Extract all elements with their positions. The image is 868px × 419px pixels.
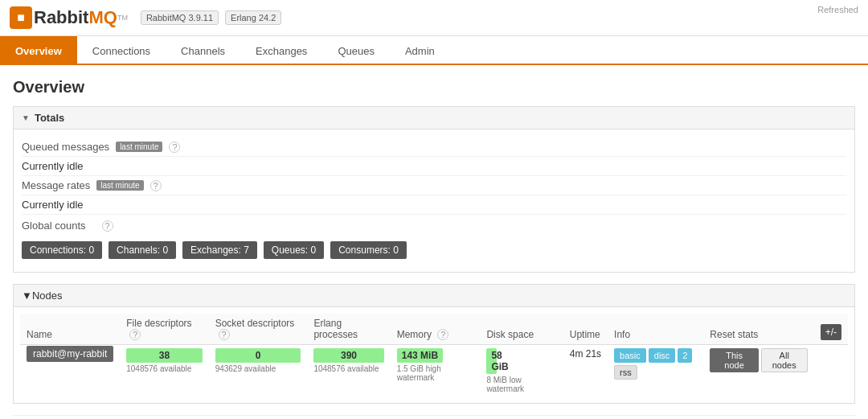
memory-watermark: 1.5 GiB high watermark (397, 364, 474, 382)
totals-section-title: Totals (35, 112, 64, 124)
global-counts-label: Global counts (22, 220, 86, 232)
exchanges-count-btn[interactable]: Exchanges: 7 (182, 241, 257, 259)
col-info: Info (608, 314, 703, 345)
socket-descriptors-help-icon[interactable]: ? (219, 329, 230, 340)
queued-messages-value-row: Currently idle (22, 157, 846, 176)
file-descriptors-bar: 38 (126, 348, 202, 363)
reset-buttons-group: This node All nodes (710, 348, 807, 372)
uptime-cell: 4m 21s (563, 345, 608, 397)
queued-messages-row: Queued messages last minute ? (22, 138, 846, 157)
nodes-table-header-row: Name File descriptors ? Socket descripto… (20, 314, 848, 345)
consumers-count-btn[interactable]: Consumers: 0 (330, 241, 407, 259)
rabbitmq-version: RabbitMQ 3.9.11 (141, 10, 219, 25)
col-uptime: Uptime (563, 314, 608, 345)
logo: ■ RabbitMQTM (10, 6, 128, 29)
nodes-section: ▼ Nodes Name File descriptors ? Socket d… (13, 284, 855, 404)
refreshed-label: Refreshed (817, 5, 858, 14)
page-title: Overview (13, 78, 855, 97)
reset-stats-cell: This node All nodes (703, 345, 813, 397)
table-row: rabbit@my-rabbit 38 1048576 available 0 … (20, 345, 848, 397)
nodes-table: Name File descriptors ? Socket descripto… (20, 314, 848, 396)
logo-rabbit-text: Rabbit (34, 7, 88, 28)
global-counts-help[interactable]: ? (102, 220, 113, 232)
nodes-table-container: Name File descriptors ? Socket descripto… (14, 307, 854, 403)
add-remove-button[interactable]: +/- (821, 324, 841, 340)
socket-descriptors-available: 943629 available (215, 364, 301, 373)
nav-connections[interactable]: Connections (77, 36, 166, 65)
col-erlang-processes: Erlang processes (307, 314, 390, 345)
file-descriptors-available: 1048576 available (126, 364, 202, 373)
erlang-processes-bar: 390 (313, 348, 383, 363)
message-rates-help[interactable]: ? (150, 180, 162, 191)
file-descriptors-help-icon[interactable]: ? (129, 329, 141, 340)
nav-overview[interactable]: Overview (0, 36, 77, 65)
socket-descriptors-cell: 0 943629 available (209, 345, 308, 397)
memory-help-icon[interactable]: ? (437, 329, 448, 340)
col-add-remove: +/- (814, 314, 848, 345)
message-rates-tag[interactable]: last minute (96, 180, 143, 191)
erlang-processes-cell: 390 1048576 available (307, 345, 390, 397)
file-descriptors-cell: 38 1048576 available (120, 345, 208, 397)
nav-channels[interactable]: Channels (166, 36, 240, 65)
queued-messages-value: Currently idle (22, 160, 84, 172)
info-buttons-group: basic disc 2 rss (614, 348, 697, 380)
col-disk-space: Disk space (480, 314, 563, 345)
col-name: Name (20, 314, 120, 345)
reset-this-node-btn[interactable]: This node (710, 348, 758, 372)
totals-section: ▼ Totals Queued messages last minute ? C… (13, 106, 855, 273)
info-btn-disc[interactable]: disc (649, 348, 676, 363)
nodes-section-title: Nodes (32, 290, 63, 302)
queued-messages-help[interactable]: ? (169, 142, 180, 153)
totals-section-header[interactable]: ▼ Totals (14, 107, 854, 129)
socket-descriptors-bar: 0 (215, 348, 301, 363)
info-btn-rss[interactable]: rss (614, 365, 637, 380)
version-info: RabbitMQ 3.9.11 Erlang 24.2 (141, 10, 281, 25)
info-btn-2[interactable]: 2 (678, 348, 692, 363)
nodes-section-header[interactable]: ▼ Nodes (14, 285, 854, 307)
uptime-value: 4m 21s (570, 348, 601, 359)
nodes-arrow-icon: ▼ (22, 290, 32, 302)
row-actions-cell (814, 345, 848, 397)
memory-cell: 143 MiB 1.5 GiB high watermark (391, 345, 481, 397)
col-socket-descriptors: Socket descriptors ? (209, 314, 308, 345)
queued-messages-tag[interactable]: last minute (116, 142, 162, 152)
node-name-cell: rabbit@my-rabbit (20, 345, 120, 397)
info-cell: basic disc 2 rss (608, 345, 703, 397)
global-counts-row: Global counts ? (22, 215, 846, 236)
main-content: Overview ▼ Totals Queued messages last m… (0, 65, 868, 419)
node-name: rabbit@my-rabbit (27, 346, 113, 362)
connections-count-btn[interactable]: Connections: 0 (22, 241, 102, 259)
col-reset-stats: Reset stats (703, 314, 813, 345)
col-file-descriptors: File descriptors ? (120, 314, 208, 345)
message-rates-value: Currently idle (22, 199, 84, 211)
nav-exchanges[interactable]: Exchanges (240, 36, 322, 65)
memory-bar: 143 MiB (397, 348, 443, 363)
logo-tm-text: TM (117, 14, 128, 22)
message-rates-value-row: Currently idle (22, 195, 846, 215)
erlang-processes-available: 1048576 available (313, 364, 383, 373)
channels-count-btn[interactable]: Channels: 0 (108, 241, 176, 259)
info-btn-basic[interactable]: basic (614, 348, 646, 363)
queues-count-btn[interactable]: Queues: 0 (264, 241, 324, 259)
message-rates-label: Message rates (22, 179, 90, 191)
message-rates-row: Message rates last minute ? (22, 176, 846, 195)
reset-all-nodes-btn[interactable]: All nodes (761, 348, 808, 372)
main-nav: Overview Connections Channels Exchanges … (0, 36, 868, 65)
logo-icon: ■ (10, 6, 32, 29)
queued-messages-label: Queued messages (22, 141, 109, 153)
nav-admin[interactable]: Admin (390, 36, 450, 65)
nav-queues[interactable]: Queues (322, 36, 390, 65)
disk-space-watermark: 8 MiB low watermark (486, 376, 556, 393)
header: ■ RabbitMQTM RabbitMQ 3.9.11 Erlang 24.2 (0, 0, 868, 36)
churn-statistics-header[interactable]: ► Churn statistics (13, 416, 855, 419)
logo-mq-text: MQ (88, 7, 117, 28)
erlang-version: Erlang 24.2 (225, 10, 281, 25)
disk-space-bar: 58 GiB (486, 348, 497, 374)
disk-space-cell: 58 GiB 8 MiB low watermark (480, 345, 563, 397)
churn-statistics-section: ► Churn statistics (13, 415, 855, 419)
counts-buttons-row: Connections: 0 Channels: 0 Exchanges: 7 … (22, 236, 846, 264)
totals-arrow-icon: ▼ (22, 113, 30, 122)
totals-section-body: Queued messages last minute ? Currently … (14, 129, 854, 272)
col-memory: Memory ? (391, 314, 481, 345)
